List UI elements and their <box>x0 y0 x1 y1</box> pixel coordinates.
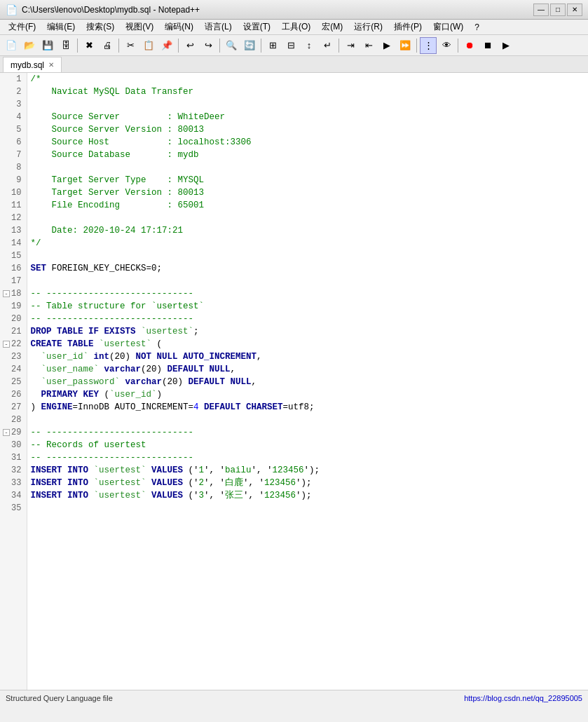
indent-button[interactable]: ⇥ <box>342 37 359 54</box>
line-number: 25 <box>3 376 24 388</box>
code-line: Navicat MySQL Data Transfer <box>30 86 585 98</box>
code-line: Source Host : localhost:3306 <box>30 136 585 149</box>
tab-label: mydb.sql <box>11 60 44 70</box>
play-button[interactable]: ▶ <box>498 37 514 54</box>
line-number: 35 <box>3 502 24 515</box>
toolbar-separator-2 <box>118 39 119 53</box>
toolbar: 📄 📂 💾 🗄 ✖ 🖨 ✂ 📋 📌 ↩ ↪ 🔍 🔄 ⊞ ⊟ ↕ ↵ ⇥ ⇤ ▶ … <box>0 35 588 56</box>
stop-button[interactable]: ⏹ <box>479 37 496 54</box>
menu-item-[interactable]: ? <box>469 21 485 34</box>
line-number: 30 <box>3 439 24 451</box>
code-line: PRIMARY KEY (`user_id`) <box>30 388 585 401</box>
code-line <box>30 212 585 224</box>
findreplace-button[interactable]: 🔄 <box>241 37 258 54</box>
line-number: 1 <box>3 73 24 86</box>
code-line: File Encoding : 65001 <box>30 199 585 212</box>
paste-button[interactable]: 📌 <box>158 37 175 54</box>
zoom-in-button[interactable]: ⊞ <box>264 37 281 54</box>
menu-item-m[interactable]: 宏(M) <box>316 20 348 34</box>
line-number: 17 <box>3 275 24 287</box>
run-button[interactable]: ⏩ <box>397 37 413 54</box>
maximize-button[interactable]: □ <box>550 4 566 16</box>
sync-button[interactable]: ↕ <box>301 37 317 54</box>
code-line: Source Database : mydb <box>30 149 585 161</box>
record-button[interactable]: ⏺ <box>461 37 478 54</box>
code-line: /* <box>30 73 585 86</box>
status-url: https://blog.csdn.net/qq_22895005 <box>464 694 582 702</box>
code-line: -- ---------------------------- <box>30 426 585 439</box>
code-line: -- Table structure for `usertest` <box>30 300 585 313</box>
dedent-button[interactable]: ⇤ <box>360 37 377 54</box>
line-number: -29 <box>3 426 24 439</box>
toolbar-separator-3 <box>178 39 179 53</box>
menu-item-e[interactable]: 编辑(E) <box>41 20 81 34</box>
menu-item-o[interactable]: 工具(O) <box>276 20 316 34</box>
minimize-button[interactable]: — <box>533 4 549 16</box>
wrap-button[interactable]: ↵ <box>319 37 336 54</box>
new-button[interactable]: 📄 <box>3 37 20 54</box>
code-line: `user_id` int(20) NOT NULL AUTO_INCREMEN… <box>30 350 585 363</box>
preview-button[interactable]: 👁 <box>438 37 455 54</box>
save-all-button[interactable]: 🗄 <box>57 37 74 54</box>
code-line: INSERT INTO `usertest` VALUES ('2', '白鹿'… <box>30 477 585 489</box>
zoom-out-button[interactable]: ⊟ <box>282 37 299 54</box>
menu-item-s[interactable]: 搜索(S) <box>81 20 120 34</box>
linenumber-button[interactable]: ⋮ <box>420 37 437 54</box>
active-tab[interactable]: mydb.sql ✕ <box>3 57 62 72</box>
menu-item-l[interactable]: 语言(L) <box>199 20 238 34</box>
fold-marker[interactable]: - <box>3 290 10 297</box>
menu-item-n[interactable]: 编码(N) <box>159 20 199 34</box>
undo-button[interactable]: ↩ <box>182 37 198 54</box>
line-number: 32 <box>3 464 24 477</box>
code-line: -- ---------------------------- <box>30 451 585 464</box>
print-button[interactable]: 🖨 <box>99 37 116 54</box>
line-number: 8 <box>3 161 24 174</box>
copy-button[interactable]: 📋 <box>140 37 157 54</box>
line-number: 20 <box>3 313 24 325</box>
code-line: -- ---------------------------- <box>30 287 585 300</box>
code-line: `user_name` varchar(20) DEFAULT NULL, <box>30 363 585 376</box>
line-number: -22 <box>3 338 24 350</box>
save-button[interactable]: 💾 <box>39 37 56 54</box>
code-line: INSERT INTO `usertest` VALUES ('1', 'bai… <box>30 464 585 477</box>
line-number: 15 <box>3 250 24 262</box>
code-line: */ <box>30 237 585 250</box>
open-button[interactable]: 📂 <box>21 37 38 54</box>
fold-marker[interactable]: - <box>3 429 10 436</box>
menu-item-r[interactable]: 运行(R) <box>348 20 388 34</box>
menu-item-p[interactable]: 插件(P) <box>388 20 428 34</box>
line-number: 2 <box>3 86 24 98</box>
line-number: 21 <box>3 325 24 338</box>
code-area[interactable]: /* Navicat MySQL Data Transfer Source Se… <box>27 73 588 690</box>
cut-button[interactable]: ✂ <box>122 37 139 54</box>
line-number: 34 <box>3 489 24 502</box>
line-number: 33 <box>3 477 24 489</box>
editor-container: 1234567891011121314151617-18192021-22232… <box>0 73 588 690</box>
redo-button[interactable]: ↪ <box>200 37 217 54</box>
code-line: -- ---------------------------- <box>30 313 585 325</box>
menu-item-f[interactable]: 文件(F) <box>3 20 41 34</box>
menu-item-v[interactable]: 视图(V) <box>120 20 159 34</box>
code-line: Date: 2020-10-24 17:17:21 <box>30 224 585 237</box>
macro-button[interactable]: ▶ <box>378 37 395 54</box>
line-number: 7 <box>3 149 24 161</box>
code-line: DROP TABLE IF EXISTS `usertest`; <box>30 325 585 338</box>
app-icon: 📄 <box>6 4 18 15</box>
close-file-button[interactable]: ✖ <box>81 37 97 54</box>
code-line <box>30 414 585 426</box>
find-button[interactable]: 🔍 <box>223 37 240 54</box>
line-number: 27 <box>3 401 24 414</box>
fold-marker[interactable]: - <box>3 341 10 348</box>
code-line: Target Server Version : 80013 <box>30 186 585 199</box>
menu-item-w[interactable]: 窗口(W) <box>428 20 469 34</box>
menu-item-t[interactable]: 设置(T) <box>238 20 276 34</box>
close-button[interactable]: ✕ <box>567 4 582 16</box>
code-line: Target Server Type : MYSQL <box>30 174 585 186</box>
tab-close-button[interactable]: ✕ <box>48 61 54 69</box>
code-line <box>30 502 585 515</box>
line-number: 13 <box>3 224 24 237</box>
code-line: ) ENGINE=InnoDB AUTO_INCREMENT=4 DEFAULT… <box>30 401 585 414</box>
code-line: INSERT INTO `usertest` VALUES ('3', '张三'… <box>30 489 585 502</box>
line-number: 28 <box>3 414 24 426</box>
line-number: 4 <box>3 111 24 123</box>
